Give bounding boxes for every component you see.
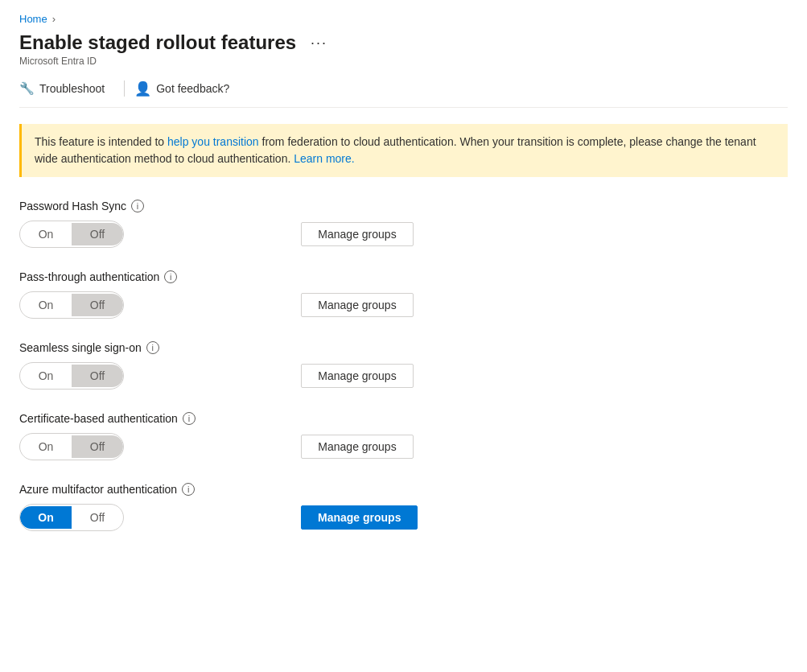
toggle-on-pass-through-auth[interactable]: On	[20, 294, 72, 316]
feature-row-azure-mfa: OnOffManage groups	[19, 504, 788, 531]
feature-label-pass-through-auth: Pass-through authenticationi	[19, 270, 788, 283]
feature-section-password-hash-sync: Password Hash SynciOnOffManage groups	[19, 200, 788, 248]
feature-name-password-hash-sync: Password Hash Sync	[19, 200, 126, 212]
troubleshoot-button[interactable]: 🔧 Troubleshoot	[19, 78, 114, 99]
breadcrumb: Home ›	[19, 13, 788, 25]
more-options-button[interactable]: ···	[306, 33, 332, 53]
manage-groups-button-password-hash-sync[interactable]: Manage groups	[301, 222, 414, 246]
toggle-password-hash-sync[interactable]: OnOff	[19, 221, 124, 248]
manage-groups-button-pass-through-auth[interactable]: Manage groups	[301, 293, 414, 317]
feature-row-pass-through-auth: OnOffManage groups	[19, 291, 788, 319]
feature-name-cert-based-auth: Certificate-based authentication	[19, 412, 178, 425]
info-icon-pass-through-auth[interactable]: i	[164, 270, 177, 283]
toggle-on-seamless-sso[interactable]: On	[20, 365, 72, 387]
toggle-off-cert-based-auth[interactable]: Off	[72, 435, 123, 458]
toggle-off-seamless-sso[interactable]: Off	[72, 365, 123, 387]
feature-name-azure-mfa: Azure multifactor authentication	[19, 483, 177, 496]
toggle-off-azure-mfa[interactable]: Off	[72, 506, 123, 529]
toggle-on-azure-mfa[interactable]: On	[20, 506, 72, 529]
info-banner: This feature is intended to help you tra…	[19, 124, 788, 177]
wrench-icon: 🔧	[19, 81, 35, 96]
features-container: Password Hash SynciOnOffManage groupsPas…	[19, 200, 788, 531]
feedback-icon: 👤	[134, 80, 151, 97]
page-subtitle: Microsoft Entra ID	[19, 56, 788, 67]
feature-label-seamless-sso: Seamless single sign-oni	[19, 341, 788, 354]
toggle-on-cert-based-auth[interactable]: On	[20, 435, 72, 458]
feature-label-password-hash-sync: Password Hash Synci	[19, 200, 788, 212]
toggle-on-password-hash-sync[interactable]: On	[20, 223, 72, 245]
toggle-seamless-sso[interactable]: OnOff	[19, 362, 124, 390]
toggle-azure-mfa[interactable]: OnOff	[19, 504, 124, 531]
manage-groups-button-cert-based-auth[interactable]: Manage groups	[301, 435, 414, 459]
toggle-cert-based-auth[interactable]: OnOff	[19, 433, 124, 460]
info-icon-seamless-sso[interactable]: i	[146, 341, 159, 354]
learn-more-link[interactable]: Learn more.	[294, 152, 354, 165]
toolbar: 🔧 Troubleshoot 👤 Got feedback?	[19, 78, 788, 108]
page-title: Enable staged rollout features	[19, 31, 296, 54]
transition-link[interactable]: help you transition	[167, 135, 259, 148]
breadcrumb-separator: ›	[52, 13, 56, 25]
info-icon-cert-based-auth[interactable]: i	[183, 412, 196, 425]
manage-groups-button-seamless-sso[interactable]: Manage groups	[301, 364, 414, 388]
info-icon-azure-mfa[interactable]: i	[182, 483, 195, 496]
feature-section-pass-through-auth: Pass-through authenticationiOnOffManage …	[19, 270, 788, 319]
feature-section-seamless-sso: Seamless single sign-oniOnOffManage grou…	[19, 341, 788, 390]
feature-row-cert-based-auth: OnOffManage groups	[19, 433, 788, 460]
feature-section-cert-based-auth: Certificate-based authenticationiOnOffMa…	[19, 412, 788, 460]
feature-name-pass-through-auth: Pass-through authentication	[19, 270, 159, 283]
info-text: This feature is intended to help you tra…	[35, 135, 756, 165]
feedback-button[interactable]: 👤 Got feedback?	[134, 80, 229, 97]
page-title-row: Enable staged rollout features ···	[19, 31, 788, 54]
info-icon-password-hash-sync[interactable]: i	[131, 200, 144, 212]
feature-row-password-hash-sync: OnOffManage groups	[19, 221, 788, 248]
breadcrumb-home[interactable]: Home	[19, 13, 47, 25]
feature-row-seamless-sso: OnOffManage groups	[19, 362, 788, 390]
feature-name-seamless-sso: Seamless single sign-on	[19, 341, 142, 354]
toggle-off-pass-through-auth[interactable]: Off	[72, 294, 123, 316]
feature-label-cert-based-auth: Certificate-based authenticationi	[19, 412, 788, 425]
feature-label-azure-mfa: Azure multifactor authenticationi	[19, 483, 788, 496]
troubleshoot-label: Troubleshoot	[39, 82, 105, 95]
toggle-off-password-hash-sync[interactable]: Off	[72, 223, 123, 245]
toggle-pass-through-auth[interactable]: OnOff	[19, 291, 124, 319]
manage-groups-button-azure-mfa[interactable]: Manage groups	[301, 505, 418, 530]
toolbar-divider	[124, 80, 125, 97]
feature-section-azure-mfa: Azure multifactor authenticationiOnOffMa…	[19, 483, 788, 531]
feedback-label: Got feedback?	[156, 82, 229, 95]
